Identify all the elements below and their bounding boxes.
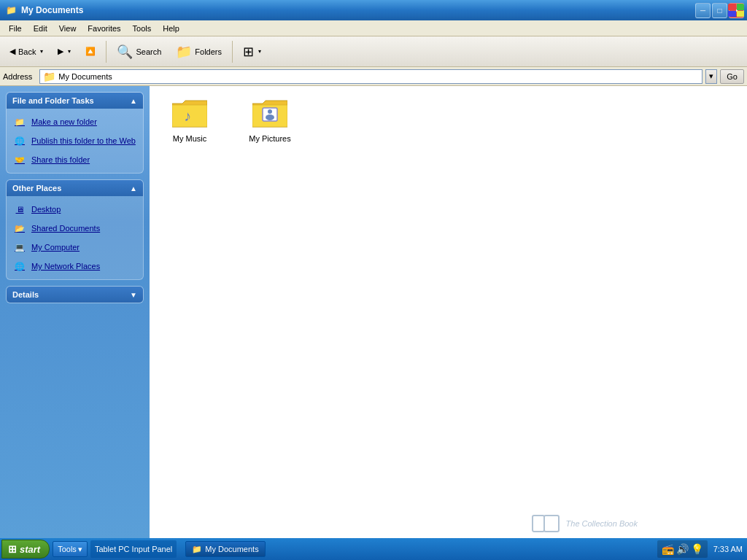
make-new-folder-link[interactable]: 📁 Make a new folder (9, 113, 140, 131)
file-folder-tasks-header[interactable]: File and Folder Tasks ▲ (7, 93, 143, 109)
my-computer-label: My Computer (31, 243, 80, 252)
share-label: Share this folder (31, 155, 90, 164)
menu-file[interactable]: File (3, 23, 28, 34)
share-icon: 🤝 (12, 152, 27, 167)
taskbar-middle: Tablet PC Input Panel 📁 My Documents (88, 540, 653, 558)
taskbar-app-icon: 📁 (192, 545, 202, 554)
up-icon: 🔼 (85, 47, 96, 56)
views-dropdown-arrow[interactable]: ▾ (258, 48, 261, 55)
system-tray: 📻 🔊 💡 (657, 540, 708, 558)
main-layout: File and Folder Tasks ▲ 📁 Make a new fol… (0, 86, 747, 538)
forward-button[interactable]: ▶ ▾ (51, 39, 77, 64)
my-pictures-label: My Pictures (249, 134, 290, 143)
new-folder-icon: 📁 (12, 114, 27, 129)
menu-tools[interactable]: Tools (127, 23, 158, 34)
shared-docs-label: Shared Documents (31, 224, 100, 233)
address-go-button[interactable]: Go (720, 69, 744, 84)
xp-blue (728, 11, 736, 18)
svg-text:♪: ♪ (184, 108, 191, 124)
windows-logo (725, 0, 747, 20)
title-bar: 📁 My Documents ─ □ ✕ (0, 0, 747, 20)
menu-edit[interactable]: Edit (28, 23, 53, 34)
share-folder-link[interactable]: 🤝 Share this folder (9, 151, 140, 168)
tray-icon-1[interactable]: 📻 (662, 543, 674, 555)
my-pictures-folder[interactable]: My Pictures (237, 93, 303, 146)
views-icon: ⊞ (243, 44, 254, 60)
file-folder-tasks-chevron: ▲ (130, 97, 137, 105)
my-music-icon-wrap: ♪ (172, 96, 207, 131)
desktop-link[interactable]: 🖥 Desktop (9, 201, 140, 218)
menu-help[interactable]: Help (157, 23, 185, 34)
menu-view[interactable]: View (53, 23, 82, 34)
main-content: ♪ My Music My Pictures (150, 86, 747, 538)
start-label: start (20, 544, 40, 555)
svg-rect-8 (533, 516, 544, 532)
taskbar-app-label: My Documents (205, 545, 258, 553)
other-places-content: 🖥 Desktop 📂 Shared Documents 💻 My Comput… (7, 196, 143, 279)
menu-favorites[interactable]: Favorites (82, 23, 126, 34)
start-button[interactable]: ⊞ start (1, 540, 50, 559)
publish-folder-link[interactable]: 🌐 Publish this folder to the Web (9, 132, 140, 149)
search-button[interactable]: 🔍 Search (110, 39, 168, 64)
window-icon: 📁 (6, 5, 17, 15)
file-folder-tasks-panel: File and Folder Tasks ▲ 📁 Make a new fol… (6, 92, 144, 174)
watermark: The Collection Book (531, 513, 638, 534)
menu-bar: File Edit View Favorites Tools Help (0, 20, 747, 36)
toolbar-separator-2 (232, 41, 233, 63)
toolbar-separator-1 (106, 41, 107, 63)
xp-yellow (737, 11, 745, 18)
address-field[interactable]: 📁 My Documents (39, 69, 703, 84)
shared-documents-link[interactable]: 📂 Shared Documents (9, 219, 140, 237)
tools-dropdown-button[interactable]: Tools ▾ (53, 541, 88, 557)
desktop-label: Desktop (31, 205, 61, 214)
my-computer-link[interactable]: 💻 My Computer (9, 238, 140, 256)
details-panel: Details ▼ (6, 286, 144, 303)
search-label: Search (136, 47, 161, 56)
address-dropdown[interactable]: ▾ (705, 69, 717, 84)
my-pictures-folder-icon (252, 98, 287, 130)
tablet-pc-input-panel[interactable]: Tablet PC Input Panel (90, 540, 177, 558)
forward-dropdown-arrow[interactable]: ▾ (68, 48, 71, 55)
back-dropdown-arrow[interactable]: ▾ (40, 48, 43, 55)
my-documents-taskbar-button[interactable]: 📁 My Documents (185, 541, 265, 557)
back-button[interactable]: ◀ Back ▾ (3, 39, 50, 64)
details-header[interactable]: Details ▼ (7, 287, 143, 303)
publish-icon: 🌐 (12, 133, 27, 148)
forward-icon: ▶ (58, 47, 63, 56)
address-folder-icon: 📁 (43, 71, 55, 82)
my-music-folder[interactable]: ♪ My Music (157, 93, 222, 146)
new-folder-label: Make a new folder (31, 117, 97, 126)
my-music-folder-icon: ♪ (172, 98, 207, 130)
folders-icon: 📁 (176, 44, 192, 60)
my-network-places-link[interactable]: 🌐 My Network Places (9, 257, 140, 275)
tray-icon-2[interactable]: 🔊 (676, 543, 689, 555)
views-button[interactable]: ⊞ ▾ (236, 39, 268, 64)
xp-green (737, 4, 745, 10)
window-title: My Documents (21, 5, 83, 15)
file-folder-tasks-content: 📁 Make a new folder 🌐 Publish this folde… (7, 109, 143, 173)
title-bar-left: 📁 My Documents (6, 5, 83, 15)
taskbar-right: 📻 🔊 💡 7:33 AM (653, 540, 747, 558)
back-icon: ◀ (9, 47, 15, 56)
other-places-header[interactable]: Other Places ▲ (7, 180, 143, 196)
details-chevron: ▼ (130, 291, 137, 299)
minimize-button[interactable]: ─ (695, 3, 711, 18)
sidebar: File and Folder Tasks ▲ 📁 Make a new fol… (0, 86, 150, 538)
folders-button[interactable]: 📁 Folders (169, 39, 228, 64)
svg-rect-9 (544, 516, 559, 532)
details-title: Details (12, 290, 39, 299)
tools-dropdown-arrow: ▾ (78, 545, 82, 554)
tablet-label: Tablet PC Input Panel (95, 545, 172, 553)
toolbar: ◀ Back ▾ ▶ ▾ 🔼 🔍 Search 📁 Folders ⊞ ▾ (0, 36, 747, 67)
up-button[interactable]: 🔼 (79, 39, 102, 64)
file-folder-tasks-title: File and Folder Tasks (12, 96, 94, 105)
tray-icon-3[interactable]: 💡 (691, 543, 703, 555)
svg-point-6 (268, 109, 272, 114)
other-places-panel: Other Places ▲ 🖥 Desktop 📂 Shared Docume… (6, 179, 144, 280)
back-label: Back (18, 47, 36, 56)
shared-docs-icon: 📂 (12, 221, 27, 236)
search-icon: 🔍 (117, 44, 133, 60)
address-bar: Address 📁 My Documents ▾ Go (0, 67, 747, 86)
xp-flag (728, 4, 744, 17)
taskbar: ⊞ start Tools ▾ Tablet PC Input Panel 📁 … (0, 538, 747, 560)
